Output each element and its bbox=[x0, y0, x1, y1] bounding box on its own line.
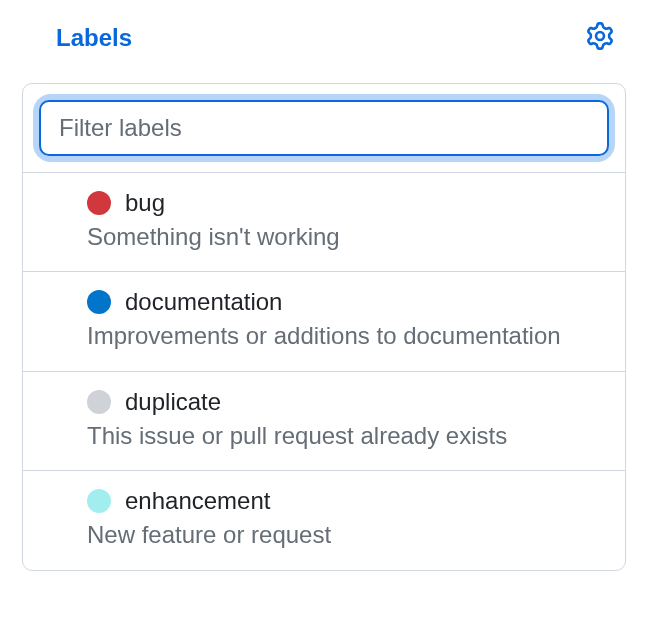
labels-list: bugSomething isn't workingdocumentationI… bbox=[23, 173, 625, 570]
label-color-dot bbox=[87, 191, 111, 215]
labels-header: Labels bbox=[0, 0, 648, 83]
label-item-documentation[interactable]: documentationImprovements or additions t… bbox=[23, 272, 625, 371]
label-line: duplicate bbox=[87, 388, 603, 416]
label-color-dot bbox=[87, 290, 111, 314]
label-description: Improvements or additions to documentati… bbox=[87, 320, 603, 352]
settings-button[interactable] bbox=[582, 18, 618, 57]
label-name: enhancement bbox=[125, 487, 270, 515]
filter-wrap bbox=[23, 84, 625, 173]
label-description: This issue or pull request already exist… bbox=[87, 420, 603, 452]
label-line: enhancement bbox=[87, 487, 603, 515]
label-item-bug[interactable]: bugSomething isn't working bbox=[23, 173, 625, 272]
filter-focus-ring bbox=[39, 100, 609, 156]
filter-labels-input[interactable] bbox=[39, 100, 609, 156]
gear-icon bbox=[586, 22, 614, 53]
label-color-dot bbox=[87, 489, 111, 513]
label-line: bug bbox=[87, 189, 603, 217]
labels-title: Labels bbox=[56, 24, 132, 52]
label-color-dot bbox=[87, 390, 111, 414]
label-item-enhancement[interactable]: enhancementNew feature or request bbox=[23, 471, 625, 569]
labels-dropdown: bugSomething isn't workingdocumentationI… bbox=[22, 83, 626, 571]
label-description: New feature or request bbox=[87, 519, 603, 551]
label-name: bug bbox=[125, 189, 165, 217]
label-line: documentation bbox=[87, 288, 603, 316]
label-description: Something isn't working bbox=[87, 221, 603, 253]
label-item-duplicate[interactable]: duplicateThis issue or pull request alre… bbox=[23, 372, 625, 471]
label-name: duplicate bbox=[125, 388, 221, 416]
label-name: documentation bbox=[125, 288, 282, 316]
